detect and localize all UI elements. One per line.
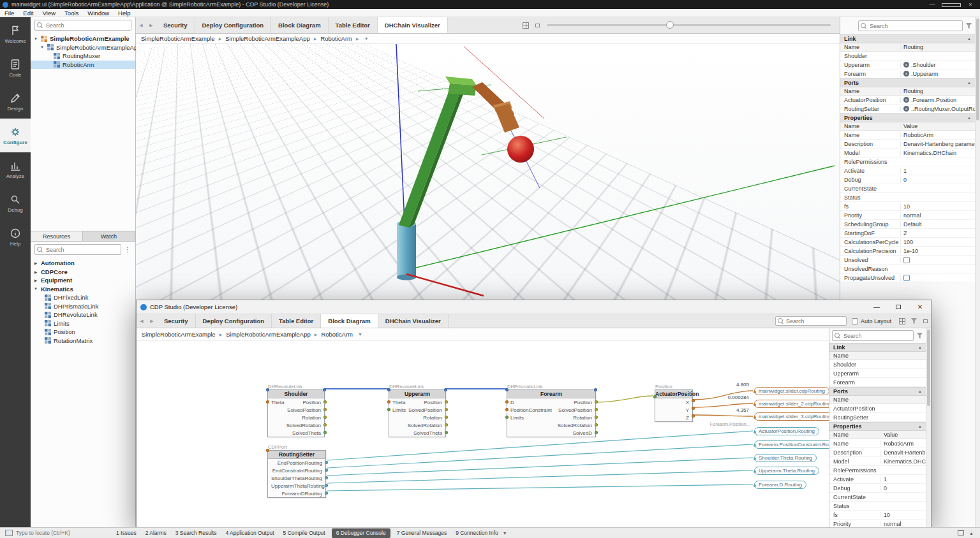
property-row[interactable]: fs10 (840, 202, 975, 211)
property-row[interactable]: ModelKinematics.DHChain (840, 149, 975, 157)
output-port-dot[interactable] (595, 423, 598, 426)
output-port-dot[interactable] (692, 407, 695, 410)
tree-item-app[interactable]: ▼ SimpleRoboticArmExampleApp (31, 43, 135, 52)
tab-block-diagram[interactable]: Block Diagram (271, 17, 329, 33)
property-row[interactable]: CalculationsPerCycle100 (840, 238, 975, 247)
chevron-down-icon[interactable]: ▼ (358, 332, 362, 337)
chain-port-dot[interactable] (594, 388, 597, 391)
property-row[interactable]: DescriptionDenavit-Hartenb... (829, 448, 926, 457)
link-row[interactable]: Upperarm (829, 369, 926, 378)
property-row[interactable]: Unsolved (840, 256, 975, 265)
mode-analyze[interactable]: Analyze (0, 152, 31, 186)
breadcrumb-project[interactable]: SimpleRoboticArmExample (141, 35, 215, 42)
menu-window[interactable]: Window (83, 9, 114, 17)
resource-item[interactable]: Limits (31, 319, 135, 328)
block-forearm[interactable]: DHPrismaticLink Forearm DPosition Positi… (507, 389, 596, 437)
link-row[interactable]: Forearm×.Upperarm (840, 69, 975, 78)
nav-forward-icon[interactable]: ▶ (147, 314, 157, 328)
output-port-dot[interactable] (692, 399, 695, 402)
output-port-dot[interactable] (595, 416, 598, 419)
tab-deploy-configuration[interactable]: Deploy Configuration (196, 314, 272, 328)
collapse-icon[interactable]: ▲ (967, 37, 971, 41)
output-port-dot[interactable] (323, 416, 327, 419)
block-diagram-canvas[interactable]: DHRevoluteLink Shoulder ThetaPosition So… (137, 341, 829, 527)
propagate-unsolved-checkbox[interactable] (903, 275, 910, 281)
scrollbar[interactable] (926, 328, 931, 527)
expand-pane-icon[interactable]: ▲ (969, 531, 974, 535)
routing-pill[interactable]: mainwidget.slider.cdpRouting (754, 387, 829, 395)
output-port-dot[interactable] (325, 469, 328, 472)
section-header-properties[interactable]: Properties▲ (829, 422, 926, 431)
chain-port-dot[interactable] (266, 388, 269, 391)
resource-group[interactable]: ▶Automation (31, 259, 135, 268)
property-row[interactable]: Status (840, 193, 975, 202)
output-port-dot[interactable] (445, 400, 448, 404)
property-row[interactable]: fs10 (829, 511, 926, 520)
section-header-ports[interactable]: Ports▲ (829, 387, 926, 396)
routing-pill[interactable]: mainwidget.slider_3.cdpRouting (754, 412, 829, 421)
minimize-button[interactable]: — (866, 300, 887, 314)
mode-help[interactable]: Help (0, 220, 31, 254)
port-row[interactable]: RoutingSetter (829, 413, 926, 422)
output-port-dot[interactable] (325, 491, 328, 495)
panel-issues[interactable]: 1 Issues (112, 528, 141, 538)
collapse-icon[interactable]: ▲ (918, 425, 922, 428)
minimize-button[interactable]: — (923, 0, 942, 9)
expander-icon[interactable]: ▶ (33, 278, 38, 282)
property-row[interactable]: Debug0 (829, 484, 926, 493)
section-header-link[interactable]: Link▲ (829, 343, 926, 352)
menu-file[interactable]: File (0, 9, 19, 17)
property-row[interactable]: CurrentState (829, 493, 926, 502)
block-shoulder[interactable]: DHRevoluteLink Shoulder ThetaPosition So… (267, 389, 325, 437)
tree-item-roboticarm[interactable]: RoboticArm (31, 61, 135, 69)
tree-item-project[interactable]: ▼ SimpleRoboticArmExample (31, 34, 135, 43)
property-row[interactable]: StartingDoFZ (840, 229, 975, 238)
panel-debugger-console[interactable]: 6 Debugger Console (332, 528, 390, 538)
tab-table-editor[interactable]: Table Editor (329, 17, 378, 33)
panel-general-messages[interactable]: 7 General Messages (392, 528, 451, 538)
property-row[interactable]: Activate1 (840, 166, 975, 175)
output-port-dot[interactable] (445, 431, 448, 434)
port-row[interactable]: ActuatorPosition (829, 404, 926, 413)
panel-compile-output[interactable]: 5 Compile Output (279, 528, 330, 538)
filter-icon[interactable] (965, 22, 972, 29)
zoom-slider[interactable] (547, 24, 831, 26)
input-port-dot[interactable] (653, 395, 657, 398)
resources-search-input[interactable] (34, 244, 121, 255)
property-row[interactable]: NameRoboticArm (840, 131, 975, 140)
expander-icon[interactable]: ▼ (40, 45, 45, 49)
breadcrumb-project[interactable]: SimpleRoboticArmExample (142, 331, 216, 338)
breadcrumb-app[interactable]: SimpleRoboticArmExampleApp (225, 35, 310, 42)
float-window-titlebar[interactable]: CDP Studio (Developer License) — ✕ (137, 300, 931, 314)
nav-back-icon[interactable]: ◀ (136, 17, 146, 33)
resource-group[interactable]: ▼Kinematics (31, 285, 135, 294)
output-port-dot[interactable] (323, 431, 327, 434)
input-port-dot[interactable] (505, 408, 509, 411)
mode-debug[interactable]: Debug (0, 186, 31, 220)
menu-tools[interactable]: Tools (60, 9, 83, 17)
locator-mode-icon[interactable] (5, 530, 13, 536)
output-pane-icon[interactable] (958, 530, 964, 535)
collapse-icon[interactable]: ▲ (918, 389, 922, 393)
output-port-dot[interactable] (445, 416, 448, 419)
float-properties-search-input[interactable] (832, 330, 914, 341)
property-row[interactable]: DescriptionDenavit-Hartenberg parameter … (840, 140, 975, 149)
tab-resources[interactable]: Resources (31, 231, 83, 242)
property-row[interactable]: Prioritynormal (840, 211, 975, 220)
link-row[interactable]: Shoulder (829, 360, 926, 369)
menu-view[interactable]: View (38, 9, 60, 17)
filter-icon[interactable] (908, 314, 919, 328)
nav-forward-icon[interactable]: ▶ (146, 17, 156, 33)
property-row[interactable]: NameRoboticArm (829, 439, 926, 448)
tab-watch[interactable]: Watch (83, 231, 135, 242)
mode-configure[interactable]: Configure (0, 119, 31, 152)
property-row[interactable]: SchedulingGroupDefault (840, 220, 975, 229)
property-row[interactable]: Debug0 (840, 175, 975, 184)
input-port-dot[interactable] (505, 416, 509, 419)
nav-back-icon[interactable]: ◀ (137, 314, 147, 328)
scrollbar-thumb[interactable] (976, 18, 979, 120)
scrollbar[interactable] (975, 17, 980, 527)
split-view-icon[interactable] (531, 17, 543, 33)
resource-group[interactable]: ▶Equipment (31, 276, 135, 285)
section-header-properties[interactable]: Properties▲ (840, 113, 975, 122)
